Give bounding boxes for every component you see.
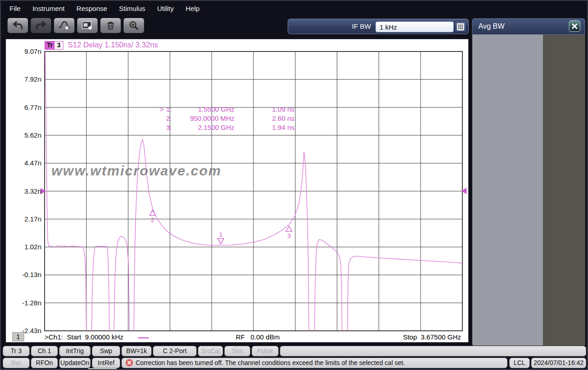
vna-application-window: FileInstrumentResponseStimulusUtilityHel…	[0, 0, 588, 370]
menu-item-instrument[interactable]: Instrument	[26, 3, 71, 14]
active-marker-arrow: >	[160, 105, 166, 113]
y-axis-label: 4.47n	[9, 159, 41, 167]
marker-label-2: 2	[151, 216, 155, 223]
marker-frequency: 2.1500 GHz	[175, 123, 234, 131]
y-axis-label: 7.92n	[9, 75, 41, 83]
menu-item-utility[interactable]: Utility	[151, 3, 180, 14]
marker-frequency: 950.0000 MHz	[175, 114, 234, 122]
add-trace-icon	[58, 21, 71, 31]
bottom-tab-tr-3[interactable]: Tr 3	[3, 346, 30, 356]
bottom-tab-ch-1[interactable]: Ch 1	[31, 346, 58, 356]
active-marker-arrow	[160, 123, 166, 131]
marker-number: 1:	[166, 105, 175, 113]
active-marker-arrow	[160, 114, 166, 122]
chart-panel: Tr 3 S12 Delay 1.150ns/ 3.32ns 123 9.07n…	[5, 39, 469, 343]
y-axis-label: 3.32n	[9, 187, 41, 195]
trace-color-key	[138, 337, 149, 339]
marker-value: 1.09 ns	[234, 105, 294, 113]
delete-button[interactable]	[100, 18, 121, 33]
trash-icon	[106, 21, 116, 31]
window-resize-handle	[88, 368, 117, 370]
grid-lines	[45, 51, 462, 331]
keypad-button[interactable]	[455, 21, 466, 33]
zoom-icon	[128, 20, 139, 31]
panel-tab-column	[543, 35, 585, 345]
error-x-icon	[126, 359, 133, 366]
marker-readout-row: 2:950.0000 MHz2.60 ns	[160, 114, 294, 122]
marker-number: 3:	[166, 123, 175, 131]
add-trace-button[interactable]	[54, 18, 75, 33]
status-indicator-updateon: UpdateOn	[59, 358, 91, 368]
y-axis-label: 9.07n	[9, 47, 41, 55]
y-axis-label: -1.28n	[9, 299, 41, 307]
error-message-bar[interactable]: Correction has been turned off. The chan…	[122, 358, 507, 368]
ifbw-input[interactable]	[375, 21, 454, 32]
ifbw-quick-bar: IF BW	[288, 19, 469, 34]
zoom-button[interactable]	[123, 18, 144, 33]
redo-icon	[35, 21, 47, 31]
menu-item-file[interactable]: File	[4, 3, 26, 14]
y-axis-label: 1.02n	[9, 243, 41, 251]
menu-item-response[interactable]: Response	[71, 3, 113, 14]
trace-marker-2[interactable]: 2	[150, 210, 156, 223]
toolbar	[7, 18, 144, 33]
add-channel-button[interactable]	[77, 18, 98, 33]
marker-number: 2:	[166, 114, 175, 122]
stimulus-stop-annotation: Stop 3.67500 GHz	[403, 333, 461, 341]
stimulus-start-annotation: >Ch1: Start 9.00000 kHz	[45, 333, 123, 341]
status-indicator-svc: Svc	[3, 358, 30, 368]
y-axis-label: 2.17n	[9, 215, 41, 223]
bottom-tab-srccal[interactable]: SrcCal	[198, 346, 223, 356]
menu-item-help[interactable]: Help	[180, 3, 206, 14]
bottom-tab-pulse[interactable]: Pulse	[252, 346, 279, 356]
bottom-tab-inttrig[interactable]: IntTrig	[59, 346, 91, 356]
menu-bar: FileInstrumentResponseStimulusUtilityHel…	[1, 1, 587, 15]
redo-button[interactable]	[30, 18, 51, 33]
marker-readout-row: 3:2.1500 GHz1.94 ns	[160, 123, 294, 131]
menu-item-stimulus[interactable]: Stimulus	[113, 3, 152, 14]
marker-value: 2.60 ns	[234, 114, 294, 122]
close-icon	[572, 23, 578, 29]
bottom-tab-empty	[280, 346, 586, 356]
marker-frequency: 1.5500 GHz	[175, 105, 234, 113]
trace-marker-3[interactable]: 3	[286, 226, 292, 239]
marker-label-3: 3	[287, 232, 291, 239]
y-axis-label: -0.13n	[9, 271, 41, 278]
bottom-tab-c-2-port[interactable]: C 2-Port	[153, 346, 197, 356]
status-indicator-rfon: RFOn	[31, 358, 58, 368]
status-indicator-intref: IntRef	[92, 358, 120, 368]
watermark: www.wtmicrowave.com	[51, 163, 222, 179]
y-axis-label: 5.62n	[9, 131, 41, 139]
avg-bw-panel: Avg BW MainSmoothingDelayAperture Averag…	[472, 18, 585, 346]
bottom-tab-swp[interactable]: Swp	[92, 346, 120, 356]
bottom-tab-bw-1k[interactable]: BW=1k	[122, 346, 152, 356]
keypad-icon	[456, 23, 465, 31]
undo-icon	[12, 21, 24, 31]
add-channel-icon	[81, 21, 93, 31]
undo-button[interactable]	[7, 18, 28, 33]
panel-close-button[interactable]	[569, 21, 580, 32]
rf-power-annotation: RF 0.00 dBm	[236, 333, 280, 341]
marker-readout-row: >1:1.5500 GHz1.09 ns	[160, 105, 294, 113]
datetime-display: 2024/07/01-16:42	[531, 358, 586, 368]
marker-value: 1.94 ns	[234, 123, 294, 131]
ifbw-label: IF BW	[352, 22, 371, 30]
channel-number-badge: 1	[12, 332, 24, 341]
trace-marker-1[interactable]: 1	[218, 231, 224, 244]
plot-area: 123	[6, 39, 468, 342]
marker-label-1: 1	[219, 231, 223, 238]
y-axis-label: 6.77n	[9, 103, 41, 111]
lcl-indicator: LCL	[509, 358, 530, 368]
panel-title: Avg BW	[472, 18, 585, 35]
bottom-tab-sim[interactable]: Sim	[224, 346, 250, 356]
error-message-text: Correction has been turned off. The chan…	[136, 358, 405, 368]
